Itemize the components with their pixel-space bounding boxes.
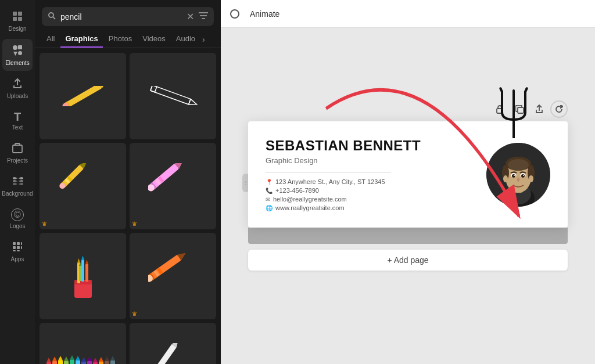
clear-search-button[interactable]: ✕ [187, 11, 194, 22]
tab-all[interactable]: All [42, 31, 59, 48]
logos-icon: © [11, 208, 24, 221]
svg-rect-2 [13, 17, 17, 21]
svg-rect-61 [58, 361, 63, 365]
premium-icon: ♛ [132, 311, 137, 317]
search-bar: ✕ [42, 7, 214, 26]
sidebar-item-design[interactable]: Design [2, 6, 33, 37]
card-phone: 📞 +123-456-7890 [266, 187, 475, 194]
list-item[interactable] [40, 53, 126, 139]
animate-circle-icon [230, 9, 239, 19]
svg-point-139 [512, 174, 515, 178]
sidebar-item-background[interactable]: Background [2, 171, 33, 201]
sidebar-item-uploads-label: Uploads [7, 93, 28, 99]
sidebar-item-text-label: Text [12, 124, 23, 131]
svg-marker-78 [105, 356, 109, 361]
svg-rect-79 [110, 361, 115, 365]
list-item[interactable]: ♛ [40, 143, 126, 229]
svg-rect-65 [70, 360, 74, 365]
search-icon [48, 12, 56, 22]
tab-graphics[interactable]: Graphics [60, 31, 102, 48]
svg-rect-11 [13, 246, 16, 249]
svg-point-136 [508, 159, 529, 171]
card-info: SEBASTIAN BENNETT Graphic Design 📍 123 A… [266, 138, 475, 211]
filter-button[interactable] [199, 12, 208, 22]
svg-rect-77 [105, 361, 109, 365]
list-item[interactable]: ♛ [130, 233, 216, 319]
premium-icon: ♛ [42, 221, 47, 227]
tab-photos[interactable]: Photos [104, 31, 137, 48]
svg-rect-8 [13, 145, 22, 153]
svg-point-143 [503, 175, 508, 182]
list-item[interactable] [130, 53, 216, 139]
svg-rect-71 [87, 361, 92, 365]
list-item[interactable]: ♛ [130, 323, 216, 364]
list-item[interactable] [40, 233, 126, 319]
sidebar-item-logos[interactable]: © Logos [2, 204, 33, 234]
sidebar-item-text[interactable]: T Text [2, 106, 33, 135]
uploads-icon [12, 78, 23, 91]
svg-rect-7 [18, 51, 22, 55]
svg-rect-49 [79, 266, 81, 281]
phone-icon: 📞 [266, 188, 273, 194]
svg-marker-66 [70, 355, 74, 360]
svg-point-4 [13, 45, 17, 50]
tab-audio[interactable]: Audio [171, 31, 200, 48]
search-input[interactable] [60, 12, 182, 21]
svg-rect-13 [13, 250, 16, 251]
svg-rect-21 [63, 86, 102, 106]
svg-rect-5 [18, 45, 22, 49]
text-icon: T [14, 111, 21, 122]
svg-point-17 [49, 13, 53, 17]
svg-rect-10 [17, 242, 20, 245]
svg-rect-1 [18, 12, 22, 16]
elements-icon [11, 44, 24, 58]
sidebar-item-apps-label: Apps [11, 256, 24, 262]
refresh-button[interactable] [550, 100, 568, 118]
elements-grid: ♛ ♛ [35, 48, 221, 364]
svg-point-141 [514, 175, 515, 176]
svg-rect-47 [85, 264, 88, 282]
svg-rect-45 [81, 260, 84, 282]
svg-rect-63 [64, 361, 69, 365]
svg-point-142 [523, 175, 524, 176]
list-item[interactable] [40, 323, 126, 364]
add-page-button[interactable]: + Add page [248, 250, 568, 271]
svg-rect-75 [99, 362, 103, 365]
svg-marker-60 [52, 356, 57, 361]
svg-rect-3 [18, 17, 22, 21]
fork-element-overlay [490, 86, 537, 140]
background-icon [12, 175, 23, 189]
svg-marker-46 [81, 255, 84, 260]
tab-videos[interactable]: Videos [138, 31, 170, 48]
card-address: 📍 123 Anywhere St., Any City., ST 12345 [266, 178, 475, 185]
tabs-more-icon[interactable]: › [202, 35, 205, 44]
svg-rect-14 [17, 250, 20, 251]
sidebar-item-elements[interactable]: Elements [2, 39, 33, 71]
svg-rect-51 [149, 254, 181, 280]
animate-button[interactable]: Animate [244, 6, 285, 22]
svg-rect-0 [13, 12, 17, 16]
svg-rect-67 [76, 361, 80, 365]
projects-icon [12, 142, 23, 156]
globe-icon: 🌐 [266, 205, 273, 211]
svg-marker-127 [561, 105, 563, 108]
svg-marker-76 [99, 357, 103, 362]
svg-point-144 [529, 175, 533, 182]
sidebar-item-uploads[interactable]: Uploads [2, 73, 33, 104]
premium-icon: ♛ [132, 221, 137, 227]
svg-marker-80 [110, 356, 115, 361]
sidebar-item-projects[interactable]: Projects [2, 138, 33, 168]
sidebar-item-apps[interactable]: Apps [2, 236, 33, 267]
svg-marker-74 [93, 358, 98, 362]
list-item[interactable]: ♛ [130, 143, 216, 229]
svg-rect-9 [13, 242, 16, 245]
svg-rect-69 [81, 362, 86, 365]
sidebar-item-logos-label: Logos [9, 223, 25, 229]
top-bar: Animate [221, 0, 595, 28]
svg-marker-44 [77, 258, 80, 263]
location-icon: 📍 [266, 179, 273, 185]
main-area: Animate ⋮ [221, 0, 595, 364]
svg-marker-27 [188, 99, 198, 106]
svg-marker-64 [64, 356, 69, 361]
sidebar-item-projects-label: Projects [7, 157, 28, 164]
